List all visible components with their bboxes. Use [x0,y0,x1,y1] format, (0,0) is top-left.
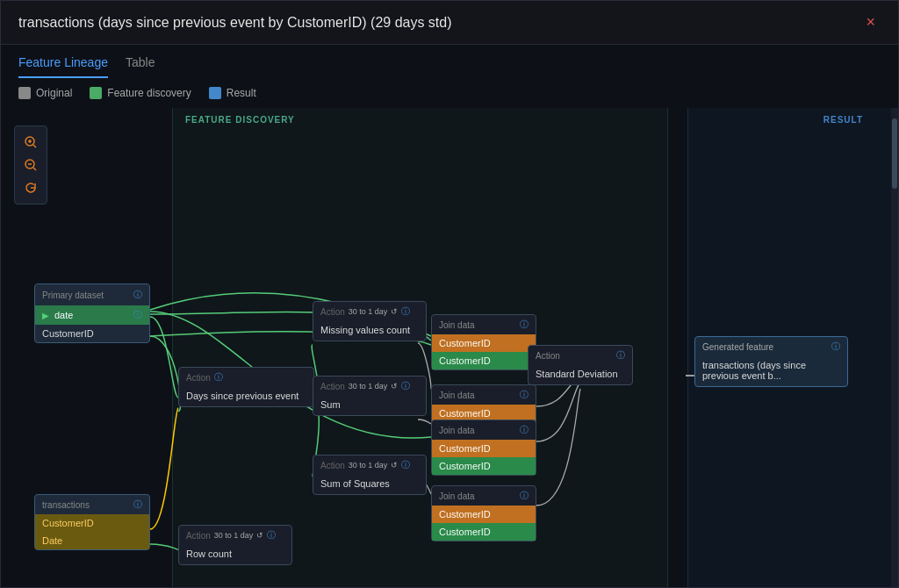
action-missing-header: Action 30 to 1 day ↺ ⓘ [313,302,426,321]
node-generated-feature: Generated feature ⓘ transactions (days s… [694,336,848,387]
action-row-count-info-icon[interactable]: ⓘ [267,529,276,541]
node-stddev: Action ⓘ Standard Deviation [528,345,633,385]
transaction-customerid-row: CustomerID [35,514,149,532]
generated-info-icon[interactable]: ⓘ [831,341,840,353]
node-action-sum-squares: Action 30 to 1 day ↺ ⓘ Sum of Squares [313,455,427,495]
zoom-out-icon [24,158,38,172]
transaction-info-icon[interactable]: ⓘ [133,498,142,511]
stddev-header: Action ⓘ [529,346,632,365]
toolbar [14,125,47,204]
action-sum-info-icon[interactable]: ⓘ [401,380,410,392]
modal-title: transactions (days since previous event … [18,15,452,31]
node-action-sum: Action 30 to 1 day ↺ ⓘ Sum [313,376,427,416]
zoom-in-icon [24,135,38,149]
node-action-row-count: Action 30 to 1 day ↺ ⓘ Row count [178,525,292,565]
action-days-body: Days since previous event [179,387,313,406]
clock-icon-sum: ↺ [391,382,398,391]
action-sum-header: Action 30 to 1 day ↺ ⓘ [313,376,426,396]
date-info-icon[interactable]: ⓘ [133,309,142,321]
primary-dataset-info-icon[interactable]: ⓘ [133,289,142,301]
refresh-button[interactable] [22,179,40,197]
modal: transactions (days since previous event … [0,0,899,588]
legend-dot-original [18,87,31,99]
stddev-info-icon[interactable]: ⓘ [616,349,625,362]
legend-dot-result [209,87,221,99]
scrollbar-thumb[interactable] [892,118,897,189]
node-transaction: transactions ⓘ CustomerID Date [34,494,150,550]
modal-header: transactions (days since previous event … [1,1,898,45]
node-join3: Join data ⓘ CustomerID CustomerID [431,419,536,476]
action-row-count-header: Action 30 to 1 day ↺ ⓘ [179,526,291,545]
join1-row1: CustomerID [432,334,536,352]
action-missing-info-icon[interactable]: ⓘ [401,305,410,318]
legend-original: Original [18,87,72,99]
zoom-out-button[interactable] [22,156,40,174]
legend-dot-feature-discovery [90,87,102,99]
generated-header: Generated feature ⓘ [695,337,847,356]
primary-customerid-row: CustomerID [35,325,149,342]
legend-label-original: Original [36,87,72,99]
tab-table[interactable]: Table [126,55,155,78]
stddev-body: Standard Deviation [529,365,632,384]
node-join1: Join data ⓘ CustomerID CustomerID [431,314,536,370]
legend-label-feature-discovery: Feature discovery [107,87,191,99]
legend-result: Result [209,87,256,99]
svg-line-3 [33,145,36,147]
join4-row1: CustomerID [432,506,536,523]
node-primary-dataset: Primary dataset ⓘ ▶ date ⓘ CustomerID [34,283,150,343]
join3-row2: CustomerID [432,457,536,475]
action-sum-squares-info-icon[interactable]: ⓘ [401,459,410,471]
arrow-icon: ▶ [42,311,49,320]
tabs-row: Feature Lineage Table [1,45,898,78]
clock-icon-sq: ↺ [391,461,398,470]
primary-dataset-header: Primary dataset ⓘ [35,284,149,305]
section-label-result: RESULT [823,115,863,125]
action-days-info-icon[interactable]: ⓘ [214,371,223,384]
close-button[interactable]: × [860,11,881,33]
join4-header: Join data ⓘ [432,486,536,506]
join2-info-icon[interactable]: ⓘ [520,389,529,401]
join3-info-icon[interactable]: ⓘ [520,424,529,436]
join1-header: Join data ⓘ [432,315,536,334]
action-row-count-body: Row count [179,545,291,564]
transaction-date-row: Date [35,532,149,549]
join3-header: Join data ⓘ [432,420,536,440]
transaction-header: transactions ⓘ [35,495,149,514]
join1-row2: CustomerID [432,352,536,369]
clock-icon: ↺ [391,307,398,316]
zoom-in-button[interactable] [22,133,40,151]
join4-info-icon[interactable]: ⓘ [520,490,529,502]
section-label-feature-discovery: FEATURE DISCOVERY [185,115,295,125]
action-sum-body: Sum [313,396,426,415]
legend-feature-discovery: Feature discovery [90,87,191,99]
generated-body: transactions (days since previous event … [695,356,847,386]
legend-label-result: Result [227,87,256,99]
scrollbar[interactable] [891,108,898,587]
action-missing-body: Missing values count [313,321,426,341]
refresh-icon [24,181,38,195]
join2-header: Join data ⓘ [432,385,536,405]
action-sum-squares-body: Sum of Squares [313,475,426,494]
node-action-missing: Action 30 to 1 day ↺ ⓘ Missing values co… [313,301,427,341]
legend-row: Original Feature discovery Result [1,78,898,108]
action-sum-squares-header: Action 30 to 1 day ↺ ⓘ [313,455,426,475]
join3-row1: CustomerID [432,440,536,457]
join4-row2: CustomerID [432,523,536,541]
clock-icon-rc: ↺ [256,531,263,540]
tab-feature-lineage[interactable]: Feature Lineage [18,55,108,78]
node-join4: Join data ⓘ CustomerID CustomerID [431,485,536,541]
join1-info-icon[interactable]: ⓘ [520,319,529,331]
action-days-header: Action ⓘ [179,368,313,387]
node-action-days: Action ⓘ Days since previous event [178,367,314,407]
svg-line-6 [33,168,36,170]
diagram-area: FEATURE DISCOVERY RESULT [1,108,898,587]
primary-date-row: ▶ date ⓘ [35,305,149,325]
